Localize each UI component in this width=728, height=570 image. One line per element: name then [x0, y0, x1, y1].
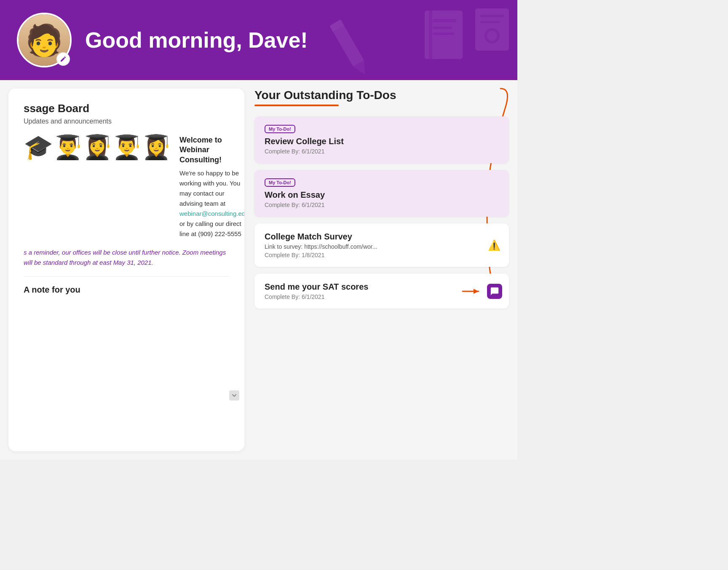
svg-point-11	[484, 28, 500, 43]
svg-rect-6	[433, 27, 452, 29]
todo-title-underline	[254, 105, 339, 106]
email-link[interactable]: webinar@consulting.edu	[179, 210, 244, 217]
arrow-to-chat	[463, 287, 484, 296]
greeting-text: Good morning, Dave!	[85, 27, 308, 53]
svg-marker-15	[474, 289, 479, 294]
todo-title-2: Work on Essay	[265, 190, 499, 200]
avatar-container: 🧑	[17, 13, 72, 67]
my-todo-badge-1: My To-Do!	[265, 125, 295, 133]
todo-list: My To-Do! Review College List Complete B…	[254, 116, 509, 309]
todo-card-sat-scores[interactable]: Send me your SAT scores Complete By: 6/1…	[254, 274, 509, 309]
todo-due-1: Complete By: 6/1/2021	[265, 148, 499, 155]
svg-rect-3	[425, 11, 463, 59]
todo-title-3: College Match Survey	[265, 232, 499, 242]
my-todo-badge-2: My To-Do!	[265, 178, 295, 187]
todo-link-3: Link to survey: https://schoolbuff.com/w…	[265, 243, 499, 250]
panel-subtitle: Updates and announcements	[24, 118, 229, 125]
todo-panel: Your Outstanding To-Dos My To-Do! Review…	[244, 80, 517, 460]
todo-card-work-on-essay[interactable]: My To-Do! Work on Essay Complete By: 6/1…	[254, 170, 509, 217]
header: 🧑 Good morning, Dave!	[0, 0, 517, 80]
note-title: A note for you	[24, 285, 229, 295]
svg-rect-2	[329, 19, 344, 32]
svg-rect-9	[480, 15, 504, 17]
message-board-panel: ssage Board Updates and announcements 🎓👨…	[8, 89, 244, 451]
svg-rect-7	[433, 32, 454, 35]
todo-section-wrapper: Your Outstanding To-Dos My To-Do! Review…	[254, 89, 509, 309]
todo-section-title: Your Outstanding To-Dos	[254, 89, 509, 102]
welcome-message-section: 🎓👨‍🎓👩‍🎓👨‍🎓👩‍🎓 Welcome toWebinarConsultin…	[24, 135, 229, 239]
graduation-illustration: 🎓👨‍🎓👩‍🎓👨‍🎓👩‍🎓	[24, 135, 171, 159]
svg-rect-0	[330, 20, 364, 67]
note-section: A note for you	[24, 276, 229, 295]
todo-card-review-college-list[interactable]: My To-Do! Review College List Complete B…	[254, 116, 509, 163]
warning-icon: ⚠️	[488, 239, 500, 251]
svg-rect-10	[480, 21, 500, 23]
svg-rect-5	[433, 19, 456, 22]
todo-due-3: Complete By: 1/8/2021	[265, 252, 499, 258]
todo-due-2: Complete By: 6/1/2021	[265, 202, 499, 208]
welcome-text-block: Welcome toWebinarConsulting! We're so ha…	[179, 135, 244, 239]
svg-rect-4	[429, 11, 432, 59]
welcome-heading: Welcome toWebinarConsulting!	[179, 135, 244, 165]
todo-card-college-match-survey[interactable]: College Match Survey Link to survey: htt…	[254, 223, 509, 267]
office-notice: s a reminder, our offices will be close …	[24, 247, 229, 268]
svg-rect-8	[475, 8, 509, 51]
todo-title-1: Review College List	[265, 137, 499, 146]
main-content: ssage Board Updates and announcements 🎓👨…	[0, 80, 517, 460]
edit-avatar-button[interactable]	[56, 52, 70, 66]
scroll-down-indicator[interactable]	[229, 390, 239, 401]
welcome-body: We're so happy to be working with you. Y…	[179, 168, 244, 239]
svg-point-12	[487, 31, 497, 41]
svg-marker-1	[353, 60, 370, 74]
chat-icon[interactable]	[487, 284, 502, 299]
panel-title: ssage Board	[24, 102, 229, 115]
